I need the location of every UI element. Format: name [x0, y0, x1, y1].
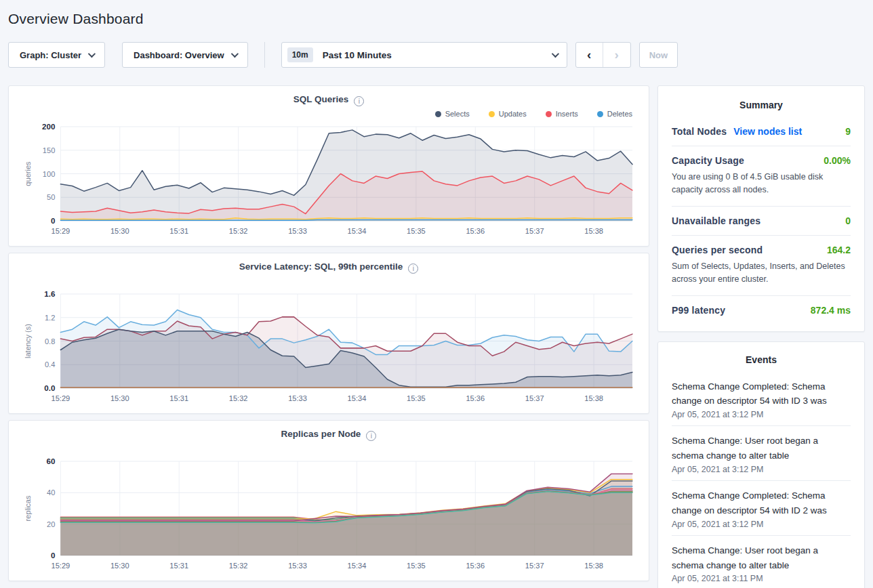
chart-title-row: SQL Queriesi [21, 94, 636, 106]
time-range-badge: 10m [287, 47, 313, 62]
chart-title-row: Replicas per Nodei [21, 429, 636, 441]
svg-text:15:36: 15:36 [466, 227, 485, 235]
svg-text:0.0: 0.0 [44, 384, 55, 392]
legend-dot-icon [597, 111, 603, 117]
chevron-down-icon [88, 50, 96, 58]
legend-dot-icon [435, 111, 441, 117]
svg-text:15:38: 15:38 [584, 562, 603, 570]
svg-text:0.8: 0.8 [45, 337, 55, 345]
graph-scope-dropdown[interactable]: Graph: Cluster [8, 42, 105, 68]
legend-label: Updates [499, 110, 527, 118]
legend-item[interactable]: Deletes [597, 110, 632, 118]
chart-title: SQL Queries [293, 94, 349, 104]
summary-label: P99 latency [672, 305, 725, 316]
svg-text:0: 0 [51, 551, 55, 560]
dashboard-select-label: Dashboard: Overview [134, 50, 224, 60]
overview-dashboard-page: Overview Dashboard Graph: Cluster Dashbo… [0, 0, 873, 588]
svg-text:15:36: 15:36 [466, 394, 485, 402]
legend-item[interactable]: Selects [435, 110, 470, 118]
chart-legend: SelectsUpdatesInsertsDeletes [21, 108, 636, 120]
svg-text:15:33: 15:33 [288, 562, 307, 570]
event-item[interactable]: Schema Change: User root began a schema … [672, 536, 851, 588]
svg-text:1.6: 1.6 [44, 290, 56, 298]
time-range-dropdown[interactable]: 10m Past 10 Minutes [281, 42, 567, 68]
legend-label: Deletes [607, 110, 632, 118]
info-icon[interactable]: i [408, 264, 418, 274]
time-forward-button[interactable]: › [603, 43, 630, 67]
info-icon[interactable]: i [354, 96, 364, 106]
svg-text:15:31: 15:31 [169, 394, 188, 402]
time-back-button[interactable]: ‹ [576, 43, 603, 67]
graph-scope-label: Graph: Cluster [20, 50, 81, 60]
svg-text:15:31: 15:31 [169, 562, 188, 570]
svg-text:0: 0 [51, 217, 55, 225]
event-item[interactable]: Schema Change Completed: Schema change o… [672, 372, 851, 427]
info-icon[interactable]: i [366, 431, 376, 441]
legend-label: Inserts [556, 110, 578, 118]
event-item[interactable]: Schema Change Completed: Schema change o… [672, 481, 851, 536]
event-text: Schema Change: User root began a schema … [672, 434, 851, 463]
summary-description: You are using 0 B of 4.5 GiB usable disk… [672, 171, 851, 197]
chart-title: Replicas per Node [281, 429, 361, 439]
time-nav-group: ‹ › [575, 42, 631, 68]
legend-label: Selects [445, 110, 470, 118]
replicas-per-node-chart[interactable]: 15:2915:3015:3115:3215:3315:3415:3515:36… [21, 456, 636, 573]
summary-value: 0 [845, 215, 851, 226]
event-item[interactable]: Schema Change: User root began a schema … [672, 426, 851, 481]
svg-text:1.2: 1.2 [45, 314, 55, 322]
chart-legend-empty [21, 275, 636, 287]
svg-text:15:32: 15:32 [229, 227, 248, 235]
sql-queries-card: SQL Queriesi SelectsUpdatesInsertsDelete… [8, 85, 649, 247]
legend-item[interactable]: Updates [489, 110, 527, 118]
dashboard-select-dropdown[interactable]: Dashboard: Overview [122, 42, 248, 68]
svg-text:15:37: 15:37 [525, 227, 544, 235]
svg-text:150: 150 [43, 146, 55, 154]
svg-text:15:38: 15:38 [584, 394, 603, 402]
event-timestamp: Apr 05, 2021 at 3:12 PM [672, 410, 851, 419]
summary-label: Queries per second [672, 245, 763, 255]
svg-text:15:35: 15:35 [407, 227, 426, 235]
event-text: Schema Change Completed: Schema change o… [672, 488, 851, 518]
dashboard-controls: Graph: Cluster Dashboard: Overview 10m P… [8, 42, 865, 68]
svg-text:15:33: 15:33 [288, 227, 307, 235]
svg-text:replicas: replicas [24, 495, 32, 522]
legend-item[interactable]: Inserts [546, 110, 578, 118]
legend-dot-icon [489, 111, 495, 117]
svg-text:15:32: 15:32 [229, 394, 248, 402]
event-timestamp: Apr 05, 2021 at 3:12 PM [672, 465, 851, 474]
svg-text:15:36: 15:36 [466, 562, 485, 570]
event-text: Schema Change: User root began a schema … [672, 543, 851, 573]
event-timestamp: Apr 05, 2021 at 3:11 PM [672, 574, 851, 583]
summary-row-unavailable-ranges: Unavailable ranges 0 [672, 207, 851, 236]
chevron-left-icon: ‹ [587, 47, 591, 62]
sql-queries-chart[interactable]: 15:2915:3015:3115:3215:3315:3415:3515:36… [21, 121, 636, 238]
service-latency-chart[interactable]: 15:2915:3015:3115:3215:3315:3415:3515:36… [21, 289, 636, 406]
svg-text:15:38: 15:38 [584, 227, 603, 235]
svg-text:15:30: 15:30 [110, 562, 129, 570]
summary-label: Total Nodes [672, 126, 727, 137]
svg-text:15:32: 15:32 [229, 562, 248, 570]
svg-text:20: 20 [47, 520, 55, 528]
svg-text:15:29: 15:29 [52, 394, 70, 402]
now-button[interactable]: Now [639, 42, 678, 68]
svg-text:0.4: 0.4 [45, 360, 55, 369]
svg-text:15:33: 15:33 [288, 394, 307, 402]
summary-description: Sum of Selects, Updates, Inserts, and De… [672, 260, 851, 287]
summary-row-total-nodes: Total Nodes View nodes list 9 [672, 117, 851, 146]
summary-label: Unavailable ranges [672, 215, 760, 226]
event-text: Schema Change Completed: Schema change o… [672, 379, 851, 409]
svg-text:15:31: 15:31 [169, 227, 188, 235]
summary-panel: Summary Total Nodes View nodes list 9 Ca… [657, 85, 865, 332]
svg-text:200: 200 [42, 123, 55, 131]
side-column: Summary Total Nodes View nodes list 9 Ca… [657, 85, 865, 588]
view-nodes-list-link[interactable]: View nodes list [733, 126, 802, 137]
legend-dot-icon [546, 111, 552, 117]
chart-title-row: Service Latency: SQL, 99th percentilei [21, 261, 636, 274]
svg-text:15:34: 15:34 [348, 394, 367, 402]
summary-label: Capacity Usage [672, 155, 744, 166]
replicas-per-node-card: Replicas per Nodei 15:2915:3015:3115:321… [8, 420, 649, 581]
svg-text:15:34: 15:34 [348, 562, 367, 570]
controls-divider [264, 42, 265, 68]
page-title: Overview Dashboard [8, 11, 865, 27]
event-timestamp: Apr 05, 2021 at 3:12 PM [672, 520, 851, 529]
